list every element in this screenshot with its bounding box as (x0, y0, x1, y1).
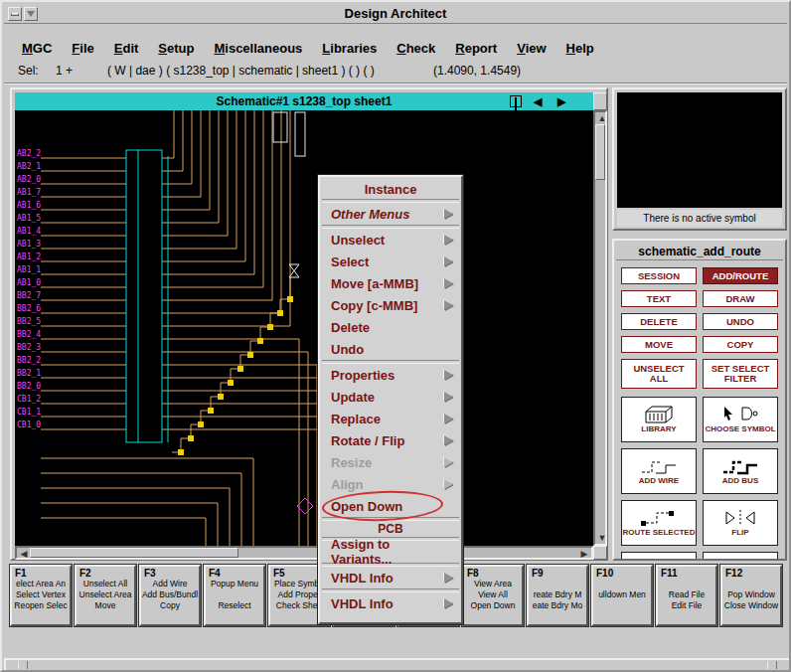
menu-item-assign-to-variants[interactable]: Assign to Variants... (320, 541, 461, 563)
menu-item-undo[interactable]: Undo (320, 338, 461, 360)
menu-miscellaneous[interactable]: Miscellaneous (214, 41, 302, 56)
palette-button-add-route[interactable]: ADD/ROUTE (703, 267, 778, 284)
menu-item-rotate-flip[interactable]: Rotate / Flip (320, 429, 461, 451)
svg-text:AB2_1: AB2_1 (17, 162, 41, 171)
window-titlebar[interactable]: Design Architect (4, 4, 787, 24)
fkey-f11[interactable]: F11Read FileEdit File (656, 565, 717, 626)
vertical-scroll-thumb[interactable] (595, 124, 605, 180)
palette-button-route-selected[interactable]: ROUTE SELECTED (621, 500, 697, 546)
instance-context-menu: Instance Other Menus Unselect Select Mov… (318, 175, 463, 624)
horizontal-scrollbar[interactable]: ◀ ▶ (15, 546, 593, 560)
window-restore-icon[interactable] (510, 95, 522, 107)
menu-item-update[interactable]: Update (320, 386, 461, 408)
menu-check[interactable]: Check (396, 41, 435, 56)
menu-view[interactable]: View (517, 41, 546, 56)
menu-setup[interactable]: Setup (158, 41, 194, 56)
fkey-f12[interactable]: F12Pop WindowClose Window (720, 565, 782, 626)
palette-button-add-wire[interactable]: ADD WIRE (621, 448, 697, 494)
fkey-f8[interactable]: F8View AreaView AllOpen Down (462, 565, 524, 626)
route-selected-icon (639, 508, 679, 528)
symbol-preview-area (617, 92, 782, 208)
bottom-window-edge[interactable] (4, 658, 791, 672)
palette-button-choose-symbol[interactable]: CHOOSE SYMBOL (703, 397, 778, 442)
menu-item-other-menus[interactable]: Other Menus (320, 203, 461, 225)
palette-button-set-select-filter[interactable]: SET SELECT FILTER (703, 359, 778, 389)
schematic-canvas[interactable]: AB2_2 AB2_1 AB2_0 AB1_7 AB1_6 AB1_5 AB1_… (15, 110, 593, 546)
fkey-f3[interactable]: F3Add WireAdd Bus/BundlCopy (139, 565, 201, 626)
svg-text:AB1_1: AB1_1 (17, 265, 41, 274)
menu-item-vhdl-info-2[interactable]: VHDL Info (320, 592, 461, 614)
menu-item-properties[interactable]: Properties (320, 364, 461, 386)
menu-edit[interactable]: Edit (114, 41, 139, 56)
schematic-titlebar[interactable]: Schematic#1 s1238_top sheet1 ◀ ▶ (15, 92, 593, 110)
palette-button-delete[interactable]: DELETE (621, 313, 697, 330)
menu-item-copy[interactable]: Copy [c-MMB] (320, 294, 461, 316)
menu-section-pcb: PCB (320, 521, 461, 537)
flip-icon (720, 508, 760, 528)
palette-button-flip[interactable]: FLIP (703, 500, 778, 546)
svg-text:AB2_2: AB2_2 (17, 149, 41, 158)
submenu-arrow-icon (444, 598, 453, 608)
menu-file[interactable]: File (72, 41, 93, 56)
submenu-arrow-icon (444, 278, 453, 288)
palette-button-undo[interactable]: UNDO (703, 313, 778, 330)
palette-button-copy[interactable]: COPY (703, 336, 778, 353)
submenu-arrow-icon (444, 435, 453, 445)
menu-item-delete[interactable]: Delete (320, 316, 461, 338)
menu-item-replace[interactable]: Replace (320, 408, 461, 429)
window-menu-icon (11, 13, 19, 16)
palette-button-library[interactable]: LIBRARY (621, 397, 697, 442)
menu-report[interactable]: Report (455, 41, 497, 56)
menu-item-open-down[interactable]: Open Down (320, 495, 461, 517)
palette-button-text[interactable]: TEXT (621, 290, 697, 307)
menu-item-select[interactable]: Select (320, 251, 461, 272)
net-wires (41, 110, 362, 546)
scroll-up-icon[interactable]: ▲ (595, 112, 609, 124)
fkey-f10[interactable]: F10ulldown Men (591, 565, 653, 626)
fkey-f9[interactable]: F9reate Bdry Meate Bdry Mo (527, 565, 588, 626)
scroll-right-icon[interactable]: ▶ (577, 548, 591, 560)
vertical-scrollbar[interactable]: ▲ ▼ (593, 110, 607, 546)
svg-text:CB1_1: CB1_1 (17, 408, 41, 417)
menu-item-vhdl-info-1[interactable]: VHDL Info (320, 567, 461, 588)
palette-button-session[interactable]: SESSION (621, 267, 697, 284)
top-symbols (273, 112, 305, 277)
scrollbar-corner-box (593, 546, 607, 560)
selection-count: 1 + (56, 64, 73, 78)
window-shade-button[interactable] (24, 7, 38, 21)
palette-button-unselect-all[interactable]: UNSELECT ALL (621, 359, 697, 389)
palette-button-draw[interactable]: DRAW (703, 290, 778, 307)
fkey-f2[interactable]: F2Unselect AllUnselect AreaMove (75, 565, 136, 626)
menu-item-unselect[interactable]: Unselect (320, 229, 461, 251)
palette-body: SESSION ADD/ROUTE TEXT DRAW DELETE UNDO … (616, 261, 783, 559)
menu-mgc[interactable]: MGC (22, 41, 52, 56)
svg-text:BB2_7: BB2_7 (17, 291, 41, 300)
menu-libraries[interactable]: Libraries (322, 41, 377, 56)
scroll-left-icon[interactable]: ◀ (17, 548, 31, 560)
svg-text:BB2_0: BB2_0 (17, 382, 41, 391)
selected-vertices[interactable] (178, 296, 293, 455)
svg-text:AB1_0: AB1_0 (17, 278, 41, 287)
design-architect-window: Design Architect MGC File Edit Setup Mis… (0, 0, 791, 672)
submenu-arrow-icon (444, 573, 453, 583)
no-active-symbol-message: There is no active symbol (617, 210, 782, 227)
forward-sheet-icon[interactable]: ▶ (557, 92, 565, 110)
titlebar-corner-box[interactable] (593, 92, 607, 110)
menu-help[interactable]: Help (566, 41, 594, 56)
submenu-arrow-icon (444, 457, 453, 467)
window-menu-button[interactable] (8, 7, 22, 21)
palette-button-partial[interactable] (703, 552, 778, 559)
back-sheet-icon[interactable]: ◀ (534, 92, 542, 110)
palette-button-move[interactable]: MOVE (621, 336, 697, 353)
palette-button-add-bus[interactable]: ADD BUS (703, 448, 778, 494)
schematic-window: Schematic#1 s1238_top sheet1 ◀ ▶ (10, 87, 608, 561)
menu-item-move[interactable]: Move [a-MMB] (320, 272, 461, 294)
horizontal-scroll-thumb[interactable] (30, 548, 238, 558)
palette-button-partial[interactable] (621, 552, 697, 559)
fkey-f1[interactable]: F1elect Area AnSelect VertexReopen Selec (10, 565, 72, 626)
svg-text:BB2_5: BB2_5 (17, 317, 41, 326)
fkey-f4[interactable]: F4Popup MenuReselect (204, 565, 265, 626)
scroll-down-icon[interactable]: ▼ (595, 532, 609, 544)
context-path: ( W | dae ) ( s1238_top | schematic | sh… (107, 64, 375, 78)
palette-title[interactable]: schematic_add_route (616, 243, 783, 260)
